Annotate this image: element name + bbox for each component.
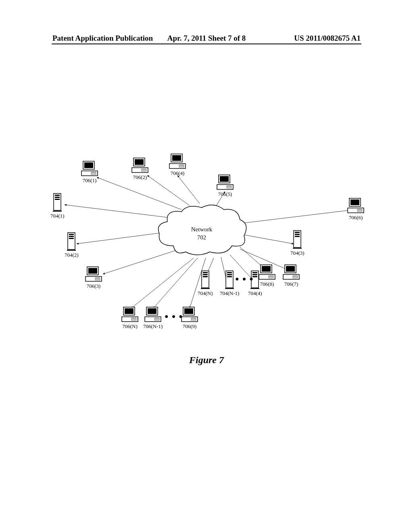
node-label: 706(4): [169, 170, 186, 177]
computer-icon: [131, 157, 149, 173]
computer-icon: [169, 153, 186, 169]
computer-icon: [144, 306, 162, 322]
svg-rect-116: [227, 274, 232, 275]
node-704-3: 704(3): [290, 230, 305, 256]
svg-rect-95: [55, 195, 60, 196]
computer-icon: [121, 306, 139, 322]
ellipsis-computers: ● ● ●: [165, 313, 184, 320]
svg-rect-105: [295, 232, 300, 233]
svg-rect-32: [172, 155, 181, 161]
svg-rect-96: [55, 197, 60, 198]
header-publication: Patent Application Publication: [52, 34, 155, 43]
svg-rect-120: [252, 272, 257, 273]
header-date-sheet: Apr. 7, 2011 Sheet 7 of 8: [155, 34, 258, 43]
node-label: 704(3): [290, 250, 305, 256]
page-header: Patent Application Publication Apr. 7, 2…: [0, 34, 413, 43]
network-ref: 702: [153, 234, 250, 242]
node-label: 706(5): [216, 191, 234, 197]
svg-line-4: [238, 210, 355, 224]
svg-rect-68: [283, 274, 299, 279]
node-706-3: 706(3): [85, 266, 102, 289]
network-cloud: Network 702: [153, 202, 250, 262]
svg-rect-117: [227, 276, 232, 277]
node-706-N: 706(N): [121, 306, 139, 330]
node-label: 704(N): [198, 290, 213, 297]
node-704-N: 704(N): [198, 270, 213, 297]
server-icon: [293, 230, 302, 249]
svg-rect-89: [181, 317, 198, 322]
svg-rect-114: [226, 271, 233, 288]
node-706-4: 706(4): [169, 153, 186, 177]
computer-icon: [81, 160, 98, 177]
svg-rect-74: [125, 308, 133, 314]
svg-rect-18: [84, 162, 93, 168]
node-label: 704(2): [65, 252, 79, 258]
svg-rect-54: [86, 276, 102, 281]
ellipsis-servers: ● ● ●: [235, 275, 254, 283]
node-706-2: 706(2): [131, 157, 149, 181]
svg-rect-67: [286, 266, 295, 272]
svg-rect-101: [69, 236, 74, 237]
svg-rect-33: [169, 164, 186, 168]
network-diagram: Network 702 706(1) 706(2) 706(4) 706(5) …: [40, 153, 373, 339]
svg-line-1: [147, 175, 190, 206]
header-rule: [52, 44, 361, 44]
svg-rect-19: [81, 171, 98, 176]
svg-line-11: [131, 258, 194, 308]
computer-icon: [216, 174, 234, 190]
node-label: 706(2): [131, 174, 149, 181]
svg-rect-40: [217, 185, 233, 189]
svg-rect-115: [227, 272, 232, 273]
figure-caption: Figure 7: [0, 355, 413, 366]
node-706-N1: 706(N-1): [143, 306, 163, 330]
node-706-1: 706(1): [81, 160, 98, 184]
node-706-6: 706(6): [347, 197, 365, 221]
computer-icon: [347, 197, 365, 214]
computer-icon: [85, 266, 102, 282]
svg-line-2: [177, 175, 200, 204]
svg-rect-25: [135, 159, 144, 165]
svg-rect-39: [220, 176, 229, 182]
svg-rect-104: [294, 231, 301, 247]
svg-rect-94: [54, 193, 61, 210]
svg-rect-112: [203, 276, 208, 277]
node-704-N1: 704(N-1): [220, 270, 239, 297]
svg-rect-110: [203, 272, 208, 273]
server-icon: [225, 270, 234, 289]
server-icon: [53, 193, 62, 212]
svg-rect-102: [69, 238, 74, 239]
node-label: 704(1): [50, 213, 65, 219]
svg-rect-88: [184, 308, 193, 314]
node-label: 706(N-1): [143, 323, 163, 330]
svg-rect-106: [295, 234, 300, 235]
svg-rect-46: [350, 200, 359, 205]
node-label: 704(N-1): [220, 290, 239, 297]
node-label: 706(9): [181, 323, 198, 330]
svg-rect-100: [69, 234, 74, 235]
cloud-label: Network 702: [153, 226, 250, 241]
svg-rect-109: [202, 271, 209, 288]
server-icon: [67, 232, 76, 251]
svg-rect-111: [203, 274, 208, 275]
node-label: 706(N): [121, 323, 139, 330]
node-704-1: 704(1): [50, 193, 65, 219]
node-label: 706(1): [81, 177, 98, 184]
node-label: 706(3): [85, 283, 102, 289]
svg-rect-75: [122, 317, 138, 322]
svg-rect-99: [68, 233, 75, 249]
svg-rect-60: [262, 266, 271, 272]
network-text: Network: [153, 226, 250, 234]
node-label: 706(6): [347, 214, 365, 221]
svg-rect-97: [55, 199, 60, 200]
svg-line-12: [153, 258, 198, 308]
node-706-7: 706(7): [282, 264, 300, 287]
computer-icon: [282, 264, 300, 280]
svg-rect-82: [145, 317, 161, 322]
header-pub-number: US 2011/0082675 A1: [258, 34, 361, 43]
svg-rect-53: [88, 268, 97, 274]
server-icon: [201, 270, 210, 289]
node-label: 704(4): [248, 290, 262, 297]
svg-rect-81: [148, 308, 156, 314]
node-706-5: 706(5): [216, 174, 234, 197]
node-label: 706(7): [282, 281, 300, 287]
